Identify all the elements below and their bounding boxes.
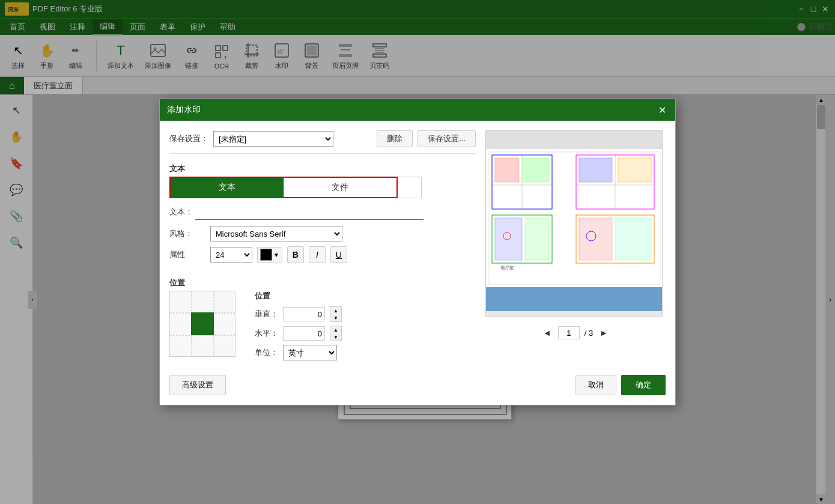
unit-row: 单位： 英寸 厘米 毫米 [255, 345, 342, 360]
vertical-spinner[interactable]: ▲ ▼ [330, 306, 342, 322]
vertical-row: 垂直： ▲ ▼ [255, 306, 342, 322]
horizontal-label: 水平： [255, 328, 278, 339]
horizontal-spinner[interactable]: ▲ ▼ [330, 326, 342, 341]
advanced-settings-button[interactable]: 高级设置 [169, 375, 226, 395]
dialog-left-panel: 保存设置： [未指定] 删除 保存设置... 文本 文本 文件 [169, 130, 476, 360]
tab-button-row: 文本 文件 [169, 177, 476, 198]
svg-rect-55 [618, 158, 651, 182]
font-size-select[interactable]: 81012141618202428364872 [210, 247, 252, 263]
attrs-row: 属性 81012141618202428364872 ▼ B I U [169, 246, 476, 263]
attrs-label: 属性 [169, 249, 205, 260]
text-input-row: 文本： [169, 203, 476, 220]
page-number-input[interactable] [558, 326, 580, 339]
position-grid: 位置 垂直： ▲ ▼ [169, 291, 476, 360]
position-diagram[interactable] [169, 291, 235, 357]
tab-file-button[interactable]: 文件 [284, 178, 397, 197]
color-picker-button[interactable]: ▼ [257, 247, 282, 263]
font-style-select[interactable]: Microsoft Sans Serif [210, 226, 342, 241]
page-total-label: / 3 [584, 329, 593, 338]
tab-text-button[interactable]: 文本 [171, 178, 284, 197]
position-section-title: 位置 [169, 278, 476, 288]
italic-button[interactable]: I [309, 246, 326, 263]
style-label: 风格： [169, 228, 205, 239]
preset-select[interactable]: [未指定] [213, 131, 333, 147]
position-label: 位置 [255, 291, 342, 302]
preview-top-bar [486, 131, 662, 149]
unit-select[interactable]: 英寸 厘米 毫米 [283, 345, 337, 360]
dialog-close-button[interactable]: ✕ [656, 104, 668, 116]
preview-bottom-bar [486, 287, 662, 311]
svg-rect-58 [579, 218, 612, 260]
text-section: 文本 文本 文件 文本： [169, 163, 476, 263]
dialog-body: 保存设置： [未指定] 删除 保存设置... 文本 文本 文件 [160, 121, 675, 370]
dialog-footer: 高级设置 取消 确定 [160, 370, 675, 405]
text-section-title: 文本 [169, 163, 476, 174]
bold-button[interactable]: B [287, 246, 304, 263]
save-settings-row: 保存设置： [未指定] 删除 保存设置... [169, 130, 476, 154]
position-center-marker [191, 312, 214, 335]
preview-box: 医疗室 [485, 130, 663, 317]
tab-buttons: 文本 文件 [169, 177, 398, 198]
dialog-right-panel: 医疗室 ◄ / 3 ► [485, 130, 666, 360]
modal-overlay: 添加水印 ✕ 保存设置： [未指定] 删除 保存设置... 文本 [0, 0, 835, 504]
svg-text:医疗室: 医疗室 [501, 266, 514, 270]
preview-content: 医疗室 [486, 149, 663, 287]
style-row: 风格： Microsoft Sans Serif [169, 226, 476, 241]
horizontal-row: 水平： ▲ ▼ [255, 326, 342, 341]
text-input-label: 文本： [169, 207, 193, 216]
dialog-title: 添加水印 [167, 105, 201, 115]
svg-rect-52 [495, 158, 519, 182]
ok-button[interactable]: 确定 [621, 375, 666, 395]
action-buttons: 取消 确定 [575, 375, 666, 395]
position-diagram-area [169, 291, 235, 360]
horizontal-input[interactable] [283, 326, 325, 341]
position-controls: 位置 垂直： ▲ ▼ [255, 291, 342, 360]
vertical-spin-down[interactable]: ▼ [330, 314, 341, 321]
vertical-label: 垂直： [255, 309, 278, 320]
svg-rect-57 [525, 218, 549, 260]
svg-rect-59 [615, 218, 651, 260]
next-page-button[interactable]: ► [598, 327, 610, 339]
underline-button[interactable]: U [330, 246, 347, 263]
vertical-spin-up[interactable]: ▲ [330, 307, 341, 314]
vertical-input[interactable] [283, 307, 325, 321]
svg-rect-54 [579, 158, 612, 182]
save-settings-label: 保存设置： [169, 133, 208, 144]
unit-label: 单位： [255, 347, 278, 358]
svg-rect-53 [522, 158, 549, 182]
watermark-text-input[interactable] [195, 203, 424, 220]
cancel-button[interactable]: 取消 [575, 375, 616, 395]
position-section: 位置 [169, 278, 476, 360]
save-preset-button[interactable]: 保存设置... [418, 130, 476, 147]
dialog-header: 添加水印 ✕ [160, 99, 675, 121]
horizontal-spin-down[interactable]: ▼ [330, 333, 341, 341]
delete-preset-button[interactable]: 删除 [377, 130, 413, 147]
horizontal-spin-up[interactable]: ▲ [330, 326, 341, 333]
svg-rect-56 [495, 218, 522, 260]
add-watermark-dialog: 添加水印 ✕ 保存设置： [未指定] 删除 保存设置... 文本 [159, 99, 676, 405]
prev-page-button[interactable]: ◄ [541, 327, 553, 339]
extra-tab-button[interactable] [398, 177, 422, 198]
color-swatch [260, 249, 272, 261]
preview-navigation: ◄ / 3 ► [485, 321, 666, 344]
